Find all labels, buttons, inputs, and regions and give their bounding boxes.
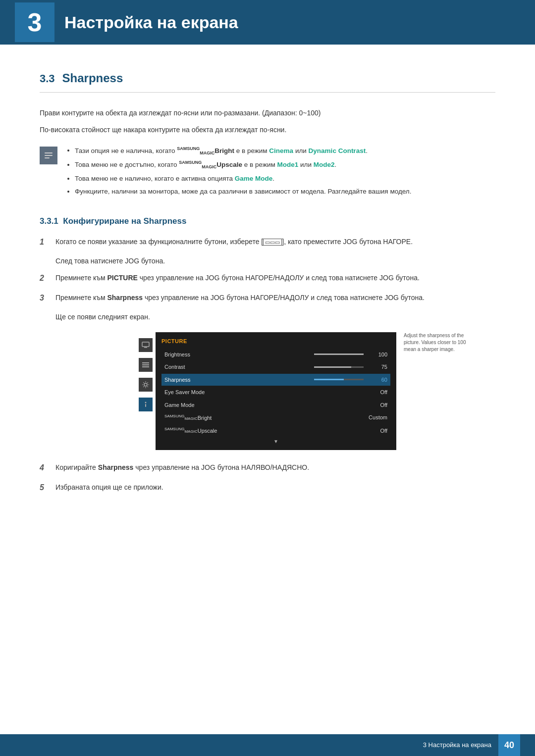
menu-label-sharpness: Sharpness [164, 376, 310, 384]
svg-rect-7 [142, 366, 149, 367]
step-content-5: Избраната опция ще се приложи. [55, 482, 163, 493]
monitor-tooltip: Adjust the sharpness of the picture. Val… [404, 332, 468, 353]
step-content-3: Преминете към Sharpness чрез управление … [55, 292, 425, 303]
menu-label-eye-saver: Eye Saver Mode [164, 388, 368, 397]
step-3: 3 Преминете към Sharpness чрез управлени… [40, 292, 495, 304]
note-list: Тази опция не е налична, когато SAMSUNGM… [65, 146, 411, 200]
bar-fill-brightness [314, 353, 364, 355]
header-bar: 3 Настройка на екрана [0, 0, 535, 45]
svg-rect-3 [142, 342, 149, 347]
chapter-title: Настройка на екрана [64, 10, 238, 35]
note-item-1: Тази опция не е налична, когато SAMSUNGM… [75, 146, 411, 157]
monitor-icon-settings [139, 378, 153, 392]
svg-rect-0 [45, 152, 53, 153]
step-number-2: 2 [40, 272, 50, 284]
svg-rect-10 [145, 404, 146, 407]
footer: 3 Настройка на екрана 40 [0, 734, 535, 756]
menu-row-brightness: Brightness 100 [161, 349, 390, 361]
menu-row-sharpness: Sharpness 60 [161, 374, 390, 386]
main-content: 3.3 Sharpness Прави контурите на обекта … [0, 45, 535, 541]
menu-value-brightness: 100 [368, 351, 387, 359]
menu-value-magic-upscale: Off [368, 427, 387, 435]
footer-chapter-text: 3 Настройка на екрана [423, 740, 491, 750]
step-number-1: 1 [40, 236, 50, 248]
monitor-screen: PICTURE Brightness 100 Contrast 75 Sharp… [156, 332, 396, 450]
bar-track-brightness [314, 353, 364, 355]
menu-label-magic-bright: SAMSUNGMAGICBright [164, 413, 368, 422]
section-number: 3.3 [40, 70, 55, 87]
menu-value-sharpness: 60 [368, 376, 387, 384]
step-1: 1 Когато се появи указание за функционал… [40, 236, 495, 248]
menu-row-contrast: Contrast 75 [161, 361, 390, 373]
step-content-4: Коригирайте Sharpness чрез управление на… [55, 462, 309, 473]
step-number-4: 4 [40, 462, 50, 474]
note-item-2: Това меню не е достъпно, когато SAMSUNGM… [75, 159, 411, 171]
menu-label-contrast: Contrast [164, 363, 310, 371]
menu-row-magic-upscale: SAMSUNGMAGICUpscale Off [161, 424, 390, 437]
footer-page-number: 40 [498, 734, 520, 756]
step-2: 2 Преминете към PICTURE чрез управление … [40, 272, 495, 284]
note-item-3: Това меню не е налично, когато е активна… [75, 174, 411, 184]
intro-paragraph-2: По-високата стойност ще накара контурите… [40, 124, 495, 135]
svg-point-8 [144, 383, 147, 386]
svg-rect-6 [142, 364, 149, 365]
chapter-number: 3 [15, 2, 54, 42]
bar-fill-sharpness [314, 379, 344, 380]
bar-fill-contrast [314, 366, 351, 368]
svg-point-9 [145, 402, 147, 403]
menu-row-eye-saver: Eye Saver Mode Off [161, 386, 390, 399]
menu-row-magic-bright: SAMSUNGMAGICBright Custom [161, 411, 390, 424]
menu-label-brightness: Brightness [164, 351, 310, 359]
menu-value-contrast: 75 [368, 363, 387, 371]
svg-rect-1 [45, 155, 53, 156]
step-4: 4 Коригирайте Sharpness чрез управление … [40, 462, 495, 474]
menu-value-eye-saver: Off [368, 388, 387, 397]
step-3-sub: Ще се появи следният екран. [55, 312, 495, 322]
screen-title: PICTURE [161, 337, 390, 346]
menu-label-game-mode: Game Mode [164, 401, 368, 409]
svg-rect-4 [144, 347, 147, 348]
menu-label-magic-upscale: SAMSUNGMAGICUpscale [164, 426, 368, 435]
down-arrow: ▼ [161, 438, 390, 445]
svg-rect-2 [45, 157, 50, 158]
monitor-screenshot: PICTURE Brightness 100 Contrast 75 Sharp… [139, 332, 396, 450]
step-content-2: Преминете към PICTURE чрез управление на… [55, 272, 420, 283]
monitor-icon-info [139, 398, 153, 411]
svg-rect-5 [142, 362, 149, 363]
monitor-icon-display [139, 338, 153, 352]
bar-track-sharpness [314, 379, 364, 380]
bar-track-contrast [314, 366, 364, 368]
note-icon [40, 147, 57, 164]
monitor-left-icons [139, 338, 153, 450]
step-5: 5 Избраната опция ще се приложи. [40, 482, 495, 494]
menu-row-game-mode: Game Mode Off [161, 399, 390, 411]
menu-value-game-mode: Off [368, 401, 387, 409]
monitor-icon-menu [139, 358, 153, 372]
step-number-5: 5 [40, 482, 50, 494]
section-heading: 3.3 Sharpness [40, 69, 495, 93]
subsection-heading: 3.3.1 Конфигуриране на Sharpness [40, 215, 495, 228]
note-box: Тази опция не е налична, когато SAMSUNGM… [40, 146, 495, 200]
intro-paragraph-1: Прави контурите на обекта да изглеждат п… [40, 107, 495, 118]
section-title: Sharpness [62, 69, 123, 87]
step-number-3: 3 [40, 292, 50, 304]
note-item-4: Функциите, налични за монитора, може да … [75, 187, 411, 197]
step-content-1: Когато се появи указание за функционални… [55, 236, 413, 247]
menu-value-magic-bright: Custom [368, 413, 387, 422]
step-1-sub: След това натиснете JOG бутона. [55, 256, 495, 266]
